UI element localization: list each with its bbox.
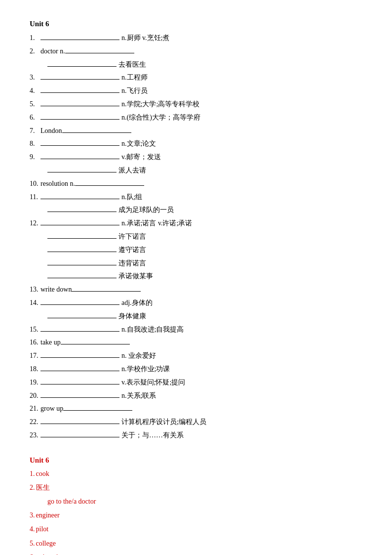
question-22: 22. 计算机程序设计员;编程人员 [30,416,362,428]
q2-prefix: doctor n. [40,45,65,57]
q9-sub-text: 派人去请 [118,165,146,176]
q12-sub3-blank [47,265,117,265]
question-7: 7. London [30,125,362,137]
q21-blank [63,410,132,411]
answers-section: Unit 6 1. cook 2. 医生 go to the/a doctor … [30,456,362,555]
q17-num: 17. [30,350,39,362]
q13-prefix: write down [40,284,72,296]
question-12-sub1: 许下诺言 [30,231,362,243]
q7-prefix: London [40,125,62,137]
q3-blank [40,79,119,80]
q4-text: n.飞行员 [121,85,148,97]
q14-blank [40,304,119,305]
q16-blank [61,344,130,344]
q9-num: 9. [30,151,39,163]
a4-text: pilot [36,523,49,535]
q4-blank [40,92,119,93]
answer-2: 2. 医生 [30,481,362,494]
a5-text: college [36,537,56,550]
q23-text: 关于；与……有关系 [121,429,184,441]
q13-num: 13. [30,284,39,296]
q9-blank [40,159,119,159]
question-11-sub: 成为足球队的一员 [30,204,362,216]
question-14: 14. adj.身体的 [30,297,362,309]
q12-sub3-text: 违背诺言 [118,257,146,269]
answer-1: 1. cook [30,468,362,480]
q7-num: 7. [30,125,39,137]
q12-sub2-text: 遵守诺言 [118,244,146,256]
q3-text: n.工程师 [121,72,148,84]
question-14-sub: 身体健康 [30,310,362,322]
q19-text: v.表示疑问;怀疑;提问 [121,377,185,388]
q9-sub-blank [47,172,117,172]
q17-blank [40,357,119,358]
question-16: 16. take up [30,337,362,348]
a1-text: cook [36,468,49,480]
q16-prefix: take up [40,337,61,348]
q19-num: 19. [30,377,39,388]
q18-num: 18. [30,363,39,375]
unit-title: Unit 6 [30,20,362,28]
q11-text: n.队;组 [121,191,142,203]
q6-num: 6. [30,112,39,124]
question-12-sub3: 违背诺言 [30,257,362,269]
answers-title: Unit 6 [30,456,362,465]
q5-num: 5. [30,98,39,110]
question-18: 18. n.学校作业;功课 [30,363,362,375]
question-20: 20. n.关系;联系 [30,390,362,402]
question-9: 9. v.邮寄；发送 [30,151,362,163]
question-2: 2. doctor n. [30,45,362,57]
q18-text: n.学校作业;功课 [121,363,170,375]
q14-sub-blank [47,318,117,318]
q23-num: 23. [30,429,39,441]
q12-sub1-text: 许下诺言 [118,231,146,243]
q8-num: 8. [30,138,39,150]
question-5: 5. n.学院;大学;高等专科学校 [30,98,362,110]
question-21: 21. grow up [30,403,362,415]
q22-num: 22. [30,416,39,428]
a6-num: 6. [30,551,35,555]
q20-blank [40,397,119,398]
question-13: 13. write down [30,284,362,296]
question-6: 6. n.(综合性)大学；高等学府 [30,112,362,124]
q5-blank [40,106,119,106]
question-17: 17. n. 业余爱好 [30,350,362,362]
a2-sub-text: go to the/a doctor [47,495,96,508]
question-2-sub: 去看医生 [30,59,362,71]
q1-blank [40,40,119,40]
q2-num: 2. [30,45,39,57]
q12-text: n.承诺;诺言 v.许诺;承诺 [121,217,192,229]
q12-blank [40,225,119,225]
q9-text: v.邮寄；发送 [121,151,161,163]
q10-num: 10. [30,178,39,190]
question-12: 12. n.承诺;诺言 v.许诺;承诺 [30,217,362,229]
question-15: 15. n.自我改进;自我提高 [30,324,362,336]
page-container: Unit 6 1. n.厨师 v.烹饪;煮 2. doctor n. 去看医生 … [30,20,362,555]
question-23: 23. 关于；与……有关系 [30,429,362,441]
question-10: 10. resolution n. [30,178,362,190]
q12-sub4-text: 承诺做某事 [118,270,153,282]
q12-sub2-blank [47,252,117,252]
q6-blank [40,119,119,120]
questions-section: Unit 6 1. n.厨师 v.烹饪;煮 2. doctor n. 去看医生 … [30,20,362,441]
question-19: 19. v.表示疑问;怀疑;提问 [30,377,362,388]
q15-num: 15. [30,324,39,336]
q6-text: n.(综合性)大学；高等学府 [121,112,200,124]
a4-num: 4. [30,523,35,535]
q21-prefix: grow up [40,403,63,415]
q22-blank [40,424,119,424]
q20-text: n.关系;联系 [121,390,156,402]
q4-num: 4. [30,85,39,97]
answer-4: 4. pilot [30,523,362,535]
q5-text: n.学院;大学;高等专科学校 [121,98,199,110]
q20-num: 20. [30,390,39,402]
q23-blank [40,437,119,437]
q13-blank [72,291,141,292]
q12-sub4-blank [47,278,117,278]
question-9-sub: 派人去请 [30,165,362,176]
q8-blank [40,145,119,146]
q1-text: n.厨师 v.烹饪;煮 [121,32,169,44]
q3-num: 3. [30,72,39,84]
question-8: 8. n.文章;论文 [30,138,362,150]
question-12-sub4: 承诺做某事 [30,270,362,282]
